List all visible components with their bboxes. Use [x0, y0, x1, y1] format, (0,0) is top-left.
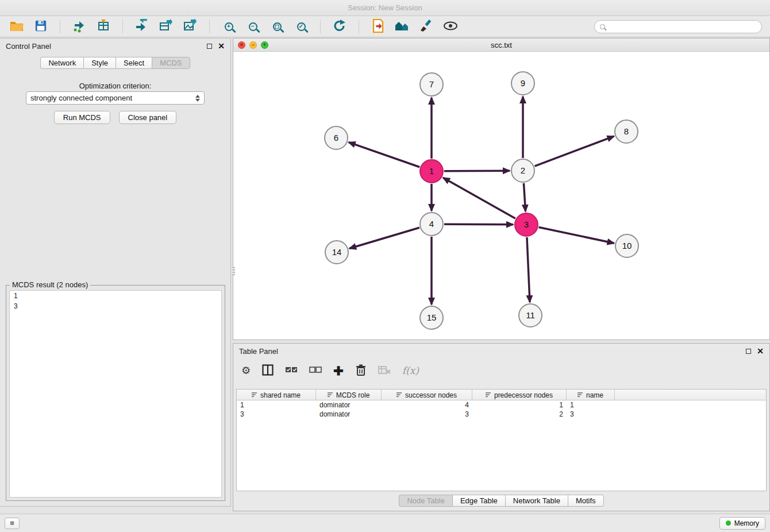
table-cell[interactable]: 4 — [382, 400, 472, 410]
zoom-fit-button[interactable]: ◻ — [267, 18, 287, 35]
graph-edge-1-6[interactable] — [349, 142, 420, 167]
graph-edge-3-10[interactable] — [539, 228, 614, 244]
table-panel-title: Table Panel — [239, 347, 278, 356]
close-panel-button[interactable]: Close panel — [119, 111, 177, 124]
float-panel-icon[interactable] — [207, 44, 212, 49]
table-row[interactable]: 3dominator323 — [237, 410, 766, 419]
window-title: Session: New Session — [348, 3, 422, 12]
table-cell[interactable]: 1 — [472, 400, 567, 410]
table-cell[interactable]: dominator — [316, 410, 382, 419]
column-header-shared-name[interactable]: shared name — [237, 390, 316, 400]
add-column-button[interactable]: ✚ — [332, 364, 345, 378]
delete-column-button[interactable] — [354, 363, 368, 379]
graph-node-7[interactable]: 7 — [420, 73, 443, 96]
tab-edge-table[interactable]: Edge Table — [452, 495, 505, 507]
graph-node-11[interactable]: 11 — [519, 304, 542, 327]
table-cell[interactable]: 3 — [382, 410, 472, 419]
home-network-button[interactable] — [392, 18, 412, 35]
close-table-panel-icon[interactable]: ✕ — [757, 347, 764, 355]
graph-node-2[interactable]: 2 — [511, 159, 534, 182]
graph-edge-2-8[interactable] — [535, 136, 614, 166]
table-settings-button[interactable]: ⚙ — [240, 364, 252, 377]
copy-document-button[interactable] — [368, 18, 388, 35]
column-header-predecessor-nodes[interactable]: predecessor nodes — [472, 390, 567, 400]
export-image-button[interactable] — [180, 18, 200, 35]
zoom-in-button[interactable]: + — [219, 18, 238, 35]
toolbar-separator — [122, 20, 123, 33]
result-item[interactable]: 3 — [10, 301, 221, 311]
close-window-icon[interactable]: × — [238, 41, 245, 49]
tab-network[interactable]: Network — [40, 57, 83, 69]
minimize-window-icon[interactable]: − — [249, 41, 257, 49]
criterion-dropdown[interactable]: strongly connected component — [26, 91, 205, 105]
graph-node-14[interactable]: 14 — [325, 241, 348, 264]
column-header-name[interactable]: name — [567, 390, 615, 400]
graph-edge-4-14[interactable] — [349, 228, 419, 248]
run-mcds-button[interactable]: Run MCDS — [54, 111, 110, 124]
tab-mcds[interactable]: MCDS — [152, 57, 190, 69]
task-history-button[interactable]: ≡ — [5, 518, 20, 529]
tab-network-table[interactable]: Network Table — [505, 495, 568, 507]
column-header-successor-nodes[interactable]: successor nodes — [382, 390, 472, 400]
table-cell[interactable]: 1 — [567, 400, 615, 410]
memory-button[interactable]: Memory — [719, 517, 765, 530]
search-input[interactable] — [609, 22, 756, 31]
table-cell[interactable]: 3 — [237, 410, 316, 419]
graph-edge-4-3[interactable] — [444, 224, 513, 225]
graph-node-1[interactable]: 1 — [420, 160, 443, 183]
graph-node-6[interactable]: 6 — [325, 126, 348, 149]
tab-select[interactable]: Select — [116, 57, 152, 69]
search-box[interactable] — [594, 20, 762, 33]
graph-node-4[interactable]: 4 — [420, 213, 443, 236]
export-network-button[interactable] — [156, 18, 176, 35]
refresh-layout-button[interactable] — [330, 18, 349, 35]
zoom-selected-button[interactable]: ✓ — [291, 18, 311, 35]
eye-toggle-button[interactable] — [441, 18, 460, 35]
graph-node-10[interactable]: 10 — [615, 234, 638, 257]
table-cell[interactable]: 3 — [567, 410, 615, 419]
window-titlebar[interactable]: Session: New Session — [0, 0, 770, 16]
delete-table-button[interactable] — [377, 364, 392, 377]
graph-node-9[interactable]: 9 — [511, 72, 534, 95]
table-cell[interactable]: dominator — [316, 400, 382, 410]
open-session-button[interactable] — [7, 18, 26, 35]
table-toolbar: ⚙ ✚ f(x) — [240, 361, 420, 380]
network-graph[interactable]: 7968124314101511 — [233, 52, 769, 340]
mcds-result-list[interactable]: 13 — [9, 290, 222, 498]
tab-motifs[interactable]: Motifs — [568, 495, 604, 507]
graph-node-15[interactable]: 15 — [420, 306, 443, 329]
graph-edge-3-11[interactable] — [527, 237, 530, 302]
graph-node-label: 6 — [334, 133, 338, 142]
table-cell[interactable]: 1 — [237, 400, 316, 410]
network-window-titlebar[interactable]: scc.txt × − + — [233, 38, 769, 52]
maximize-window-icon[interactable]: + — [261, 41, 268, 49]
import-network-button[interactable] — [70, 18, 89, 35]
function-builder-button[interactable]: f(x) — [401, 364, 420, 377]
deselect-all-rows-button[interactable] — [308, 365, 323, 376]
graph-node-label: 7 — [429, 79, 434, 89]
toggle-columns-button[interactable] — [261, 363, 275, 379]
close-panel-icon[interactable]: ✕ — [218, 42, 225, 50]
splitter-grip[interactable] — [232, 267, 235, 275]
column-header-mcds-role[interactable]: MCDS role — [316, 390, 382, 400]
result-item[interactable]: 1 — [10, 291, 221, 301]
graph-edge-3-1[interactable] — [443, 178, 515, 218]
list-icon: ≡ — [10, 519, 14, 527]
paint-style-button[interactable] — [417, 18, 436, 35]
save-session-button[interactable] — [31, 18, 51, 35]
graph-edge-1-2[interactable] — [444, 171, 510, 171]
table-cell[interactable]: 2 — [472, 410, 567, 419]
select-all-rows-button[interactable] — [284, 365, 299, 376]
network-canvas[interactable]: 7968124314101511 — [233, 52, 769, 340]
zoom-out-button[interactable]: − — [243, 18, 263, 35]
node-table[interactable]: shared nameMCDS rolesuccessor nodesprede… — [236, 389, 767, 491]
tab-node-table[interactable]: Node Table — [399, 495, 452, 507]
float-table-panel-icon[interactable] — [746, 349, 751, 354]
graph-node-3[interactable]: 3 — [515, 213, 538, 236]
import-table-button[interactable] — [94, 18, 113, 35]
tab-style[interactable]: Style — [83, 57, 116, 69]
graph-node-8[interactable]: 8 — [615, 120, 638, 143]
graph-edge-2-3[interactable] — [523, 183, 525, 211]
table-row[interactable]: 1dominator411 — [237, 400, 766, 410]
network-clone-button[interactable] — [132, 18, 152, 35]
